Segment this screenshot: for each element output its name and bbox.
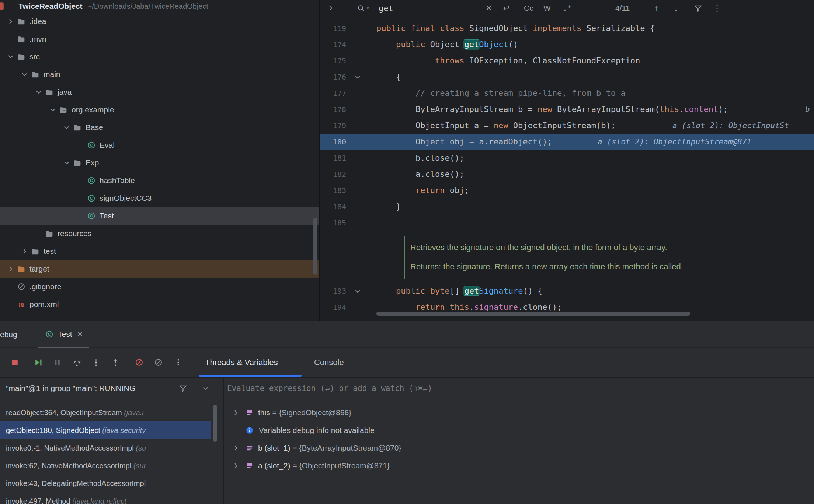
next-match-button[interactable]: ↓ (674, 0, 678, 16)
tree-item-.idea[interactable]: .idea (0, 13, 319, 30)
code-line-184[interactable]: 184} (320, 199, 814, 215)
code-area[interactable]: 119public final class SignedObject imple… (320, 16, 814, 315)
code-token: { (396, 72, 401, 81)
chevron-down-icon[interactable] (33, 88, 44, 97)
tree-item-org.example[interactable]: org.example (0, 101, 319, 119)
chevron-right-icon[interactable] (232, 444, 246, 452)
scrollbar-thumb[interactable] (376, 312, 690, 316)
more-options-button[interactable] (174, 358, 183, 367)
chevron-right-icon[interactable] (232, 409, 246, 417)
code-line-183[interactable]: 183return obj; (320, 182, 814, 199)
chevron-right-icon[interactable] (327, 0, 334, 16)
folder-icon (30, 246, 40, 256)
chevron-down-icon[interactable] (61, 123, 72, 132)
pause-button[interactable] (53, 358, 62, 367)
tree-item-src[interactable]: src (0, 48, 319, 66)
code-line-179[interactable]: 179ObjectInput a = new ObjectInputStream… (320, 118, 814, 134)
chevron-right-icon[interactable] (5, 17, 16, 26)
tree-item-signobjectcc3[interactable]: CsignObjectCC3 (0, 189, 319, 207)
fold-arrow-icon[interactable] (346, 69, 369, 85)
chevron-down-icon[interactable] (5, 52, 16, 61)
tree-item-java[interactable]: java (0, 83, 319, 101)
tab-threads-variables[interactable]: Threads & Variables (205, 348, 278, 377)
search-history-caret-icon[interactable]: ▾ (367, 6, 369, 11)
code-line-178[interactable]: 178ByteArrayInputStream b = new ByteArra… (320, 101, 814, 118)
multiline-search-toggle[interactable]: ↵ (503, 0, 510, 16)
tree-scrollbar-thumb[interactable] (313, 218, 317, 275)
editor-horizontal-scrollbar[interactable] (376, 312, 782, 316)
stack-frame[interactable]: invoke:497, Method (java.lang.reflect (0, 492, 211, 504)
match-case-toggle[interactable]: Cc (524, 0, 533, 16)
tree-item-label: src (29, 52, 40, 61)
chevron-down-icon[interactable] (19, 70, 30, 79)
thread-selector-chevron-icon[interactable] (202, 378, 209, 399)
frame-location: invoke:497, Method (6, 497, 72, 504)
stack-frame[interactable]: invoke:62, NativeMethodAccessorImpl (sur (0, 457, 211, 475)
stack-frame[interactable]: readObject:364, ObjectInputStream (java.… (0, 404, 211, 421)
code-line-175[interactable]: 175throws IOException, ClassNotFoundExce… (320, 53, 814, 69)
debug-session-tab[interactable]: C Test ✕ (38, 321, 89, 348)
indent-spacer (5, 282, 16, 291)
search-input[interactable]: get (379, 0, 393, 16)
tree-item-exp[interactable]: Exp (0, 154, 319, 172)
thread-status[interactable]: "main"@1 in group "main": RUNNING (6, 378, 135, 399)
variable-row[interactable]: this = {SignedObject@866} (224, 404, 814, 421)
tree-item-base[interactable]: Base (0, 119, 319, 136)
evaluate-expression-input[interactable]: Evaluate expression (↵) or add a watch (… (227, 378, 432, 399)
code-line-176[interactable]: 176{ (320, 69, 814, 85)
code-line-185[interactable]: 185 (320, 215, 814, 231)
resume-button[interactable] (34, 358, 43, 367)
stack-frame[interactable]: invoke:43, DelegatingMethodAccessorImpl (0, 475, 211, 492)
debug-window-label[interactable]: ebug (0, 321, 17, 348)
code-token: [] (450, 286, 465, 295)
variable-row[interactable]: a (slot_2) = {ObjectInputStream@871} (224, 457, 814, 475)
tree-item-resources[interactable]: resources (0, 225, 319, 242)
chevron-down-icon[interactable] (47, 105, 58, 114)
tree-item-main[interactable]: main (0, 66, 319, 83)
chevron-right-icon[interactable] (5, 265, 16, 273)
filter-search-button[interactable] (693, 0, 703, 16)
tree-item-test[interactable]: test (0, 242, 319, 260)
variable-row[interactable]: b (slot_1) = {ByteArrayInputStream@870} (224, 439, 814, 457)
mute-breakpoints-button[interactable] (135, 358, 144, 367)
code-line-177[interactable]: 177// creating a stream pipe-line, from … (320, 85, 814, 101)
step-into-button[interactable] (91, 358, 101, 367)
code-line-119[interactable]: 119public final class SignedObject imple… (320, 20, 814, 36)
filter-frames-button[interactable] (178, 378, 188, 399)
tree-item-label: resources (58, 229, 91, 238)
step-over-button[interactable] (72, 358, 82, 367)
tree-item-target[interactable]: target (0, 260, 319, 278)
whole-words-toggle[interactable]: W (543, 0, 551, 16)
tree-item-.mvn[interactable]: .mvn (0, 30, 319, 48)
regex-toggle[interactable]: .* (563, 0, 572, 16)
stop-button[interactable] (10, 358, 20, 367)
project-root-row[interactable]: TwiceReadObject ~/Downloads/Jaba/TwiceRe… (0, 0, 319, 13)
stack-frame[interactable]: getObject:180, SignedObject (java.securi… (0, 421, 211, 439)
step-out-button[interactable] (111, 358, 121, 367)
tree-item-test[interactable]: CTest (0, 207, 319, 225)
fold-arrow-icon[interactable] (346, 283, 369, 299)
stack-frame[interactable]: invoke0:-1, NativeMethodAccessorImpl (su (0, 439, 211, 457)
code-line-182[interactable]: 182a.close(); (320, 166, 814, 182)
code-line-181[interactable]: 181b.close(); (320, 150, 814, 166)
code-token: // creating a stream pipe-line, from b t… (415, 88, 626, 98)
code-line-180[interactable]: 180Object obj = a.readObject();a (slot_2… (320, 134, 814, 150)
view-breakpoints-button[interactable] (154, 358, 163, 367)
search-more-options-button[interactable]: ⋮ (713, 0, 721, 16)
debug-info-row[interactable]: iVariables debug info not available (224, 421, 814, 439)
close-tab-icon[interactable]: ✕ (77, 330, 83, 338)
chevron-down-icon[interactable] (61, 158, 72, 167)
previous-match-button[interactable]: ↑ (654, 0, 659, 16)
tree-item-hashtable[interactable]: ChashTable (0, 172, 319, 189)
close-search-button[interactable]: ✕ (486, 0, 492, 16)
tree-item-label: Exp (86, 158, 99, 167)
chevron-right-icon[interactable] (232, 462, 246, 470)
code-line-193[interactable]: 193public byte[] getSignature() { (320, 283, 814, 299)
chevron-right-icon[interactable] (19, 247, 30, 256)
code-line-174[interactable]: 174public Object getObject() (320, 36, 814, 53)
tree-item-eval[interactable]: CEval (0, 136, 319, 154)
tab-console[interactable]: Console (314, 348, 344, 377)
tree-item-.gitignore[interactable]: .gitignore (0, 278, 319, 295)
frames-scrollbar-thumb[interactable] (213, 405, 217, 442)
tree-item-pom.xml[interactable]: mpom.xml (0, 295, 319, 313)
